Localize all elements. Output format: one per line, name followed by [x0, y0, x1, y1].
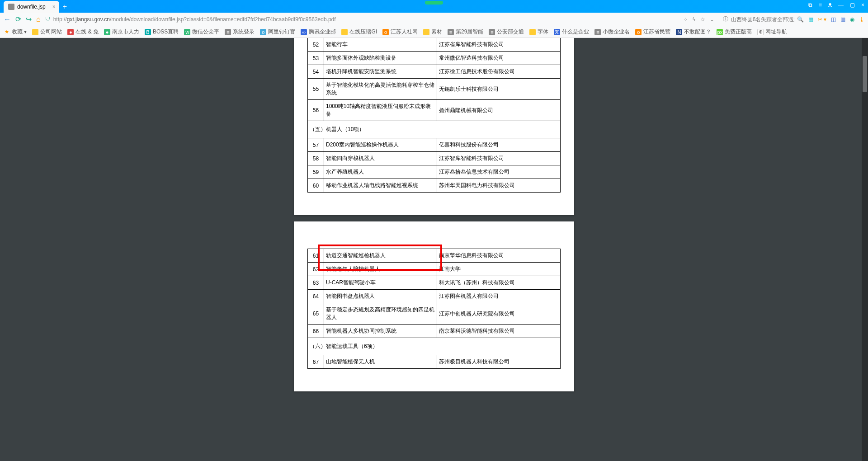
minimize-icon[interactable]: — — [838, 2, 844, 8]
bookmark-item[interactable]: ★收藏 ▾ — [4, 28, 27, 36]
bookmark-item[interactable]: ●南京市人力 — [104, 28, 139, 36]
bookmark-label: 阿里钉钉官 — [268, 28, 295, 36]
search-engine-icon: ⓘ — [723, 15, 728, 23]
qr-icon[interactable]: ⁘ — [683, 16, 688, 23]
bookmark-icon: ≡ — [489, 29, 495, 35]
flash-icon[interactable]: ϟ — [692, 16, 696, 23]
url-text: http://gxt.jiangsu.gov.cn/module/downloa… — [53, 16, 336, 23]
close-window-icon[interactable]: × — [861, 2, 864, 8]
bookmark-icon: N — [676, 29, 682, 35]
bookmark-item[interactable]: N不敢配图？ — [676, 28, 711, 36]
maximize-icon[interactable]: ▢ — [850, 2, 855, 8]
panel-icon[interactable]: ⧉ — [808, 2, 812, 8]
bookmark-label: 系统登录 — [233, 28, 255, 36]
bookmark-item[interactable]: o江苏省民营 — [635, 28, 670, 36]
close-icon[interactable]: × — [52, 4, 56, 10]
shield-icon: ⛉ — [45, 16, 51, 23]
search-box[interactable]: ⓘ 🔍 — [719, 15, 804, 23]
bookmark-icon — [529, 29, 536, 35]
forward-button[interactable]: ↪ — [26, 15, 32, 24]
tab-title: downfile.jsp — [17, 4, 46, 10]
back-button[interactable]: ← — [4, 15, 11, 24]
tab-favicon — [8, 4, 14, 10]
camera-indicator — [425, 1, 443, 5]
bookmark-label: 公司网站 — [40, 28, 62, 36]
bookmark-item[interactable]: 素材 — [423, 28, 442, 36]
bookmark-item[interactable]: 公司网站 — [32, 28, 62, 36]
bookmark-icon: ∞ — [301, 29, 307, 35]
bookmark-label: 微信公众平 — [192, 28, 219, 36]
url-box[interactable]: ⛉ http://gxt.jiangsu.gov.cn/module/downl… — [45, 16, 679, 23]
ext2-icon[interactable]: ▥ — [840, 16, 845, 23]
bookmark-label: 江苏人社网 — [391, 28, 418, 36]
bookmark-icon: ● — [67, 29, 74, 35]
bookmark-item[interactable]: BBOSS直聘 — [145, 28, 179, 36]
bookmark-label: 在线压缩GI — [349, 28, 377, 36]
bookmark-label: 第29届智能 — [456, 28, 483, 36]
bookmark-item[interactable]: ≡公安部交通 — [489, 28, 524, 36]
bookmark-item[interactable]: o阿里钉钉官 — [260, 28, 295, 36]
bookmark-label: 网址导航 — [765, 28, 787, 36]
bookmark-icon — [423, 29, 429, 35]
download-icon[interactable]: ⭳ — [859, 16, 864, 23]
bookmark-label: BOSS直聘 — [153, 28, 179, 36]
search-input[interactable] — [731, 16, 794, 23]
bookmark-icon: B — [145, 29, 151, 35]
bookmark-label: 江苏省民营 — [643, 28, 670, 36]
bookmark-label: 小微企业名 — [603, 28, 630, 36]
bookmark-label: 在线 & 免 — [75, 28, 99, 36]
bookmark-label: 公安部交通 — [497, 28, 524, 36]
ext3-icon[interactable]: ◉ — [850, 16, 854, 23]
bookmark-icon: o — [635, 29, 642, 35]
bookmark-label: 免费正版高 — [725, 28, 752, 36]
bookmark-label: 收藏 ▾ — [12, 28, 27, 36]
address-bar: ← ⟳ ↪ ⌂ ⛉ http://gxt.jiangsu.gov.cn/modu… — [0, 13, 868, 26]
new-tab-button[interactable]: + — [63, 3, 67, 11]
bookmark-label: 腾讯企业邮 — [309, 28, 336, 36]
bookmark-icon: ≡ — [448, 29, 454, 35]
bookmark-label: 素材 — [431, 28, 442, 36]
menu-icon[interactable]: ≡ — [819, 2, 822, 8]
bookmark-icon: 知 — [554, 29, 560, 35]
bookmark-icon: ★ — [4, 29, 10, 35]
pet-icon[interactable]: ᴥ — [828, 2, 832, 8]
bookmark-icon: ⊕ — [757, 29, 764, 35]
bookmark-icon: ● — [104, 29, 110, 35]
window-titlebar: downfile.jsp × + ⧉ ≡ ᴥ — ▢ × — [0, 0, 868, 13]
translate-icon[interactable]: ▦ — [808, 16, 813, 23]
bookmarks-bar: ★收藏 ▾公司网站●在线 & 免●南京市人力BBOSS直聘w微信公众平≡系统登录… — [0, 26, 868, 38]
bookmark-item[interactable]: ≡第29届智能 — [448, 28, 483, 36]
star-icon[interactable]: ☆ — [700, 16, 705, 23]
chevron-down-icon[interactable]: ⌄ — [710, 16, 714, 23]
bookmark-item[interactable]: ≡小微企业名 — [594, 28, 630, 36]
bookmark-icon: o — [382, 29, 389, 35]
bookmark-item[interactable]: 知什么是企业 — [554, 28, 589, 36]
bookmark-item[interactable]: w微信公众平 — [184, 28, 219, 36]
bookmark-item[interactable]: ⊕网址导航 — [757, 28, 787, 36]
bookmark-label: 字体 — [538, 28, 548, 36]
home-button[interactable]: ⌂ — [36, 15, 41, 24]
bookmark-item[interactable]: ●在线 & 免 — [67, 28, 99, 36]
bookmark-icon: ≡ — [594, 29, 601, 35]
addr-right-icons: ⁘ ϟ ☆ ⌄ ⓘ 🔍 ▦ ✂ ▾ ◫ ▥ ◉ ⭳ — [683, 15, 864, 23]
bookmark-icon: w — [184, 29, 190, 35]
scissors-icon[interactable]: ✂ ▾ — [818, 16, 826, 23]
browser-tab[interactable]: downfile.jsp × — [4, 1, 59, 13]
window-controls: ⧉ ≡ ᴥ — ▢ × — [808, 2, 864, 8]
bookmark-icon: px — [717, 29, 723, 35]
bookmark-item[interactable]: ≡系统登录 — [225, 28, 255, 36]
bookmark-icon — [32, 29, 38, 35]
bookmark-icon — [341, 29, 348, 35]
reload-button[interactable]: ⟳ — [15, 15, 21, 24]
bookmark-item[interactable]: px免费正版高 — [717, 28, 752, 36]
ext1-icon[interactable]: ◫ — [831, 16, 836, 23]
bookmark-label: 不敢配图？ — [684, 28, 711, 36]
bookmark-item[interactable]: 在线压缩GI — [341, 28, 377, 36]
bookmark-item[interactable]: ∞腾讯企业邮 — [301, 28, 336, 36]
bookmark-label: 南京市人力 — [112, 28, 139, 36]
search-icon[interactable]: 🔍 — [797, 16, 804, 23]
bookmark-item[interactable]: 字体 — [529, 28, 548, 36]
bookmark-item[interactable]: o江苏人社网 — [382, 28, 418, 36]
bookmark-label: 什么是企业 — [562, 28, 589, 36]
bookmark-icon: ≡ — [225, 29, 231, 35]
